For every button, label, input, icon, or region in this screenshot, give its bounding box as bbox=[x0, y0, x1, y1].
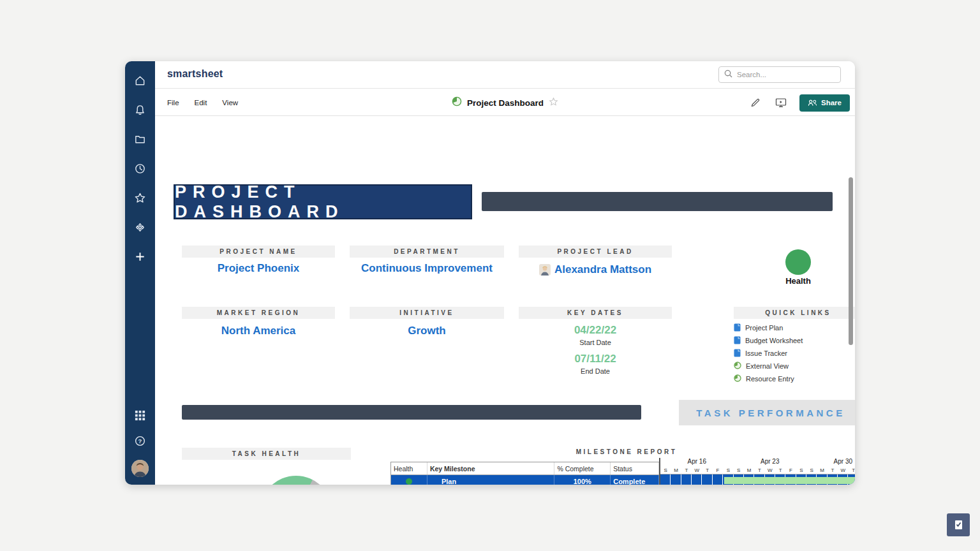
help-icon[interactable]: ? bbox=[134, 434, 147, 447]
solution-center-icon[interactable] bbox=[134, 221, 147, 233]
gantt-day-label: T bbox=[681, 467, 692, 473]
vertical-scrollbar[interactable] bbox=[849, 121, 853, 478]
milestone-cell: Plan bbox=[427, 475, 555, 485]
gantt-bar[interactable] bbox=[724, 477, 855, 484]
market-region-value: North America bbox=[182, 324, 335, 337]
smartsheet-logo: smartsheet bbox=[167, 68, 223, 80]
gantt-day-label: F bbox=[713, 467, 723, 473]
project-name-value: Project Phoenix bbox=[182, 261, 335, 275]
quick-link-label: Project Plan bbox=[745, 324, 783, 332]
start-date-value: 04/22/22 bbox=[519, 324, 672, 337]
scrollbar-thumb[interactable] bbox=[849, 177, 853, 345]
department-value: Continuous Improvement bbox=[359, 261, 494, 275]
gantt-row: Plan bbox=[660, 474, 855, 485]
top-bar: smartsheet bbox=[155, 61, 855, 89]
gantt-day-label: M bbox=[671, 467, 681, 473]
sheet-icon bbox=[734, 336, 741, 346]
sheet-icon bbox=[734, 349, 741, 358]
gantt-week-label: Apr 16 bbox=[688, 458, 706, 465]
folder-icon[interactable] bbox=[134, 133, 147, 145]
gantt-day-label: T bbox=[828, 467, 838, 473]
quick-link-label: Budget Worksheet bbox=[745, 337, 803, 344]
gantt-day-label: M bbox=[817, 467, 827, 473]
gantt-day-label: T bbox=[775, 467, 785, 473]
health-dot-icon bbox=[406, 478, 412, 485]
quick-links-label: QUICK LINKS bbox=[734, 307, 855, 319]
dashboard-canvas: PROJECT DASHBOARD PROJECT NAME DEPARTMEN… bbox=[155, 116, 855, 485]
initiative-label: INITIATIVE bbox=[350, 307, 504, 319]
project-lead-value: Alexandra Mattson bbox=[519, 263, 672, 276]
dashboard-icon bbox=[734, 374, 741, 383]
quick-link[interactable]: Project Plan bbox=[734, 321, 855, 334]
search-icon bbox=[724, 69, 732, 80]
end-date-value: 07/11/22 bbox=[519, 353, 672, 365]
share-button[interactable]: Share bbox=[799, 94, 850, 112]
header-spacer-bar bbox=[482, 192, 833, 211]
floating-checklist-widget-button[interactable] bbox=[947, 513, 970, 536]
column-header: Key Milestone bbox=[427, 462, 555, 474]
project-name-label: PROJECT NAME bbox=[182, 246, 335, 258]
gantt-day-label: T bbox=[702, 467, 712, 473]
quick-link-label: Resource Entry bbox=[746, 375, 794, 383]
column-header: Health bbox=[391, 462, 427, 474]
present-icon[interactable] bbox=[774, 96, 788, 110]
quick-link[interactable]: Issue Tracker bbox=[734, 347, 855, 360]
svg-text:?: ? bbox=[138, 437, 142, 444]
status-cell: Complete bbox=[611, 475, 659, 485]
project-health-label: Health bbox=[766, 276, 830, 286]
quick-link[interactable]: External View bbox=[734, 360, 855, 372]
milestone-gantt: Apr 16Apr 23Apr 30 SMTWTFSSMTWTFSSMTWT P… bbox=[659, 458, 855, 485]
search-input[interactable] bbox=[737, 71, 835, 78]
add-icon[interactable] bbox=[134, 250, 147, 263]
gantt-week-label: Apr 23 bbox=[761, 458, 779, 465]
search-box[interactable] bbox=[718, 66, 841, 83]
complete-cell: 100% bbox=[554, 475, 611, 485]
document-title: Project Dashboard bbox=[467, 98, 544, 108]
key-dates-label: KEY DATES bbox=[519, 307, 672, 319]
sheet-icon bbox=[734, 323, 741, 333]
notifications-icon[interactable] bbox=[134, 103, 147, 116]
column-header: Status bbox=[611, 462, 659, 474]
milestone-table: HealthKey Milestone% CompleteStatusPlan1… bbox=[390, 462, 659, 485]
gantt-day-label: T bbox=[754, 467, 764, 473]
project-health-indicator bbox=[785, 249, 811, 275]
dashboard-banner-title: PROJECT DASHBOARD bbox=[174, 184, 472, 219]
quick-links-list: Project PlanBudget WorksheetIssue Tracke… bbox=[734, 321, 855, 385]
gantt-day-label: S bbox=[723, 467, 733, 473]
initiative-value: Growth bbox=[350, 324, 504, 337]
project-lead-label: PROJECT LEAD bbox=[519, 246, 672, 258]
quick-link[interactable]: Resource Entry bbox=[734, 372, 855, 385]
quick-link-label: External View bbox=[746, 362, 789, 370]
column-header: % Complete bbox=[554, 462, 611, 474]
health-cell bbox=[391, 475, 427, 485]
task-health-gauge bbox=[260, 476, 332, 485]
milestone-report-label: MILESTONE REPORT bbox=[390, 448, 855, 455]
gantt-day-label: F bbox=[785, 467, 796, 473]
milestone-report: HealthKey Milestone% CompleteStatusPlan1… bbox=[390, 458, 855, 485]
left-nav-sidebar: ? bbox=[125, 61, 155, 485]
key-dates-block: 04/22/22 Start Date 07/11/22 End Date bbox=[519, 324, 672, 375]
quick-link-label: Issue Tracker bbox=[745, 349, 787, 357]
user-avatar[interactable] bbox=[131, 460, 149, 477]
start-date-caption: Start Date bbox=[519, 339, 672, 346]
project-lead-avatar bbox=[539, 264, 551, 276]
gantt-day-label: S bbox=[660, 467, 671, 473]
app-window: ? smartsheet File Edit View Project Dash… bbox=[125, 61, 855, 485]
gantt-day-label: S bbox=[734, 467, 744, 473]
market-region-label: MARKET REGION bbox=[182, 307, 335, 319]
favorites-icon[interactable] bbox=[134, 191, 147, 204]
dashboard-icon bbox=[452, 96, 462, 109]
gantt-day-label: M bbox=[744, 467, 754, 473]
quick-link[interactable]: Budget Worksheet bbox=[734, 334, 855, 347]
gantt-day-label: S bbox=[796, 467, 806, 473]
favorite-star-icon[interactable] bbox=[549, 97, 558, 109]
task-performance-header: TASK PERFORMANCE bbox=[679, 400, 855, 425]
gantt-day-label: S bbox=[806, 467, 817, 473]
apps-icon[interactable] bbox=[134, 409, 147, 422]
recents-icon[interactable] bbox=[134, 162, 147, 175]
edit-pencil-icon[interactable] bbox=[748, 96, 762, 110]
home-icon[interactable] bbox=[134, 74, 147, 87]
gantt-day-label: W bbox=[765, 467, 775, 473]
milestone-row[interactable]: Plan100%Complete bbox=[391, 475, 659, 485]
department-label: DEPARTMENT bbox=[350, 246, 504, 258]
